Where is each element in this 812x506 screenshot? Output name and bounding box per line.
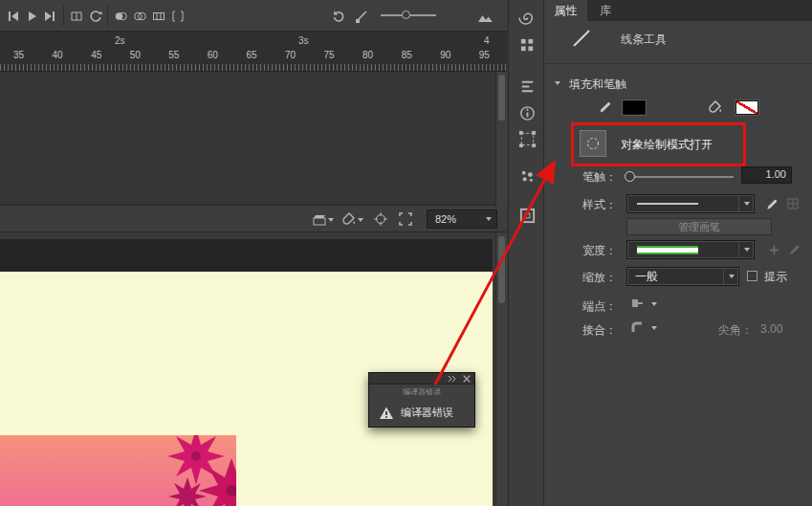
panel-titlebar[interactable] xyxy=(369,373,474,385)
manage-brushes-button[interactable]: 管理画笔 xyxy=(626,218,772,235)
time-label-3s: 3s xyxy=(298,35,309,46)
tool-name: 线条工具 xyxy=(621,32,667,48)
time-label-4s: 4 xyxy=(484,35,490,46)
scale-arrow-icon xyxy=(729,275,735,278)
miter-label: 尖角： xyxy=(718,322,753,339)
onion-skin-outline-icon[interactable] xyxy=(132,9,147,24)
step-back-icon[interactable] xyxy=(6,9,21,24)
warning-icon xyxy=(379,406,394,420)
cap-arrow-icon[interactable] xyxy=(651,302,657,306)
width-profile-preview xyxy=(637,246,698,254)
stroke-label: 笔触： xyxy=(546,169,617,186)
crosshair-icon[interactable] xyxy=(373,211,388,227)
sunset-artwork xyxy=(0,435,236,506)
undo-rotate-icon[interactable] xyxy=(330,8,345,23)
clip-preview-icon[interactable] xyxy=(312,211,327,227)
width-arrow-icon xyxy=(744,248,750,252)
clip-preview-arrow-icon[interactable] xyxy=(328,218,334,222)
stroke-slider-track[interactable] xyxy=(626,176,734,178)
fill-bucket-arrow-icon[interactable] xyxy=(358,218,363,222)
panel-tabbar: 属性 库 xyxy=(544,0,812,21)
stage-viewport[interactable] xyxy=(0,232,507,506)
panel-message-row: 编译器错误 xyxy=(369,398,474,427)
timeline-ruler: 2s 3s 4 35 40 45 50 55 60 65 70 75 80 85… xyxy=(0,32,507,72)
assets-swirl-icon[interactable] xyxy=(516,8,538,29)
animate-window: 2s 3s 4 35 40 45 50 55 60 65 70 75 80 85… xyxy=(0,0,812,506)
hint-checkbox[interactable] xyxy=(747,271,757,281)
close-icon[interactable] xyxy=(461,374,472,384)
tab-properties[interactable]: 属性 xyxy=(544,0,587,21)
add-width-profile-icon[interactable] xyxy=(766,242,781,257)
cap-label: 端点： xyxy=(546,298,617,315)
tab-library[interactable]: 库 xyxy=(587,0,624,21)
width-label: 宽度： xyxy=(546,243,617,259)
scale-dropdown[interactable]: 一般 xyxy=(626,267,739,286)
flower-shapes xyxy=(0,435,236,506)
join-style-icon[interactable] xyxy=(628,319,646,335)
style-arrow-icon xyxy=(744,202,750,206)
highlight-rectangle xyxy=(571,122,746,166)
section-collapse-icon[interactable] xyxy=(555,81,560,85)
step-forward-icon[interactable] xyxy=(42,9,57,24)
modify-markers-icon[interactable] xyxy=(170,9,186,24)
brush-dots-icon[interactable] xyxy=(516,165,538,187)
join-arrow-icon[interactable] xyxy=(651,326,657,330)
stroke-pencil-icon xyxy=(598,99,613,115)
style-label: 样式： xyxy=(546,197,617,213)
stroke-options-icon[interactable] xyxy=(785,196,801,211)
scale-value: 一般 xyxy=(627,269,658,285)
ruler-ticks xyxy=(0,64,507,71)
zoom-arrow-icon xyxy=(486,217,492,221)
edit-stroke-style-icon[interactable] xyxy=(764,196,779,211)
transform-icon[interactable] xyxy=(516,128,538,149)
stroke-value-field[interactable]: 1.00 xyxy=(741,166,792,184)
fill-color-swatch[interactable] xyxy=(735,100,758,115)
cap-style-icon[interactable] xyxy=(628,296,646,311)
scale-label: 缩放： xyxy=(546,270,617,286)
info-icon[interactable] xyxy=(516,102,538,123)
miter-value[interactable]: 3.00 xyxy=(760,322,782,336)
onion-skin-icon[interactable] xyxy=(113,9,128,24)
fill-bucket-icon[interactable] xyxy=(340,211,356,227)
compiler-errors-label: 编译器错误 xyxy=(401,406,453,420)
properties-panel: 属性 库 线条工具 填充和笔触 对象绘制模式打开 笔触： 1.00 样式： xyxy=(544,0,812,506)
frame-panel-icon[interactable] xyxy=(516,205,538,226)
panel-collapse-icon[interactable] xyxy=(447,374,457,384)
zoom-dropdown[interactable]: 82% xyxy=(427,209,497,229)
clip-frame-icon[interactable] xyxy=(398,211,413,227)
stage-dark-band xyxy=(0,239,493,272)
width-dropdown[interactable] xyxy=(626,240,755,259)
stroke-slider-knob[interactable] xyxy=(625,171,635,182)
stage-scrollbar[interactable] xyxy=(495,232,507,506)
time-label-2s: 2s xyxy=(115,35,125,46)
center-frame-icon[interactable] xyxy=(69,9,84,24)
style-dropdown[interactable] xyxy=(626,194,755,213)
align-icon[interactable] xyxy=(516,77,538,98)
fill-bucket-small-icon xyxy=(707,99,722,115)
timeline-zoom-knob[interactable] xyxy=(402,11,410,19)
timeline-toolbar xyxy=(0,0,507,32)
style-line-preview xyxy=(637,203,698,205)
edit-width-profile-icon[interactable] xyxy=(787,242,802,257)
loop-playback-icon[interactable] xyxy=(88,9,103,24)
play-icon[interactable] xyxy=(24,9,39,24)
stroke-color-swatch[interactable] xyxy=(623,100,646,115)
panel-tab-label[interactable]: 编译器错误 xyxy=(369,386,474,397)
line-tool-icon xyxy=(569,26,594,51)
edit-multiple-frames-icon[interactable] xyxy=(151,9,166,24)
zoom-value: 82% xyxy=(428,213,456,225)
join-label: 接合： xyxy=(546,322,617,339)
library-grid-icon[interactable] xyxy=(516,34,538,55)
hint-label: 提示 xyxy=(764,269,787,285)
ease-curve-icon[interactable] xyxy=(354,9,369,24)
timeline-frames-area[interactable] xyxy=(0,72,507,206)
frame-numbers: 35 40 45 50 55 60 65 70 75 80 85 90 95 xyxy=(13,50,490,60)
panel-divider xyxy=(544,63,812,64)
stage-toolbar: 82% xyxy=(0,206,507,232)
compiler-errors-panel[interactable]: 编译器错误 编译器错误 xyxy=(368,372,475,428)
fill-stroke-header[interactable]: 填充和笔触 xyxy=(569,77,626,93)
panel-dock-strip xyxy=(508,0,544,506)
resize-view-icon[interactable] xyxy=(476,10,494,23)
timeline-scrollbar[interactable] xyxy=(495,72,507,206)
